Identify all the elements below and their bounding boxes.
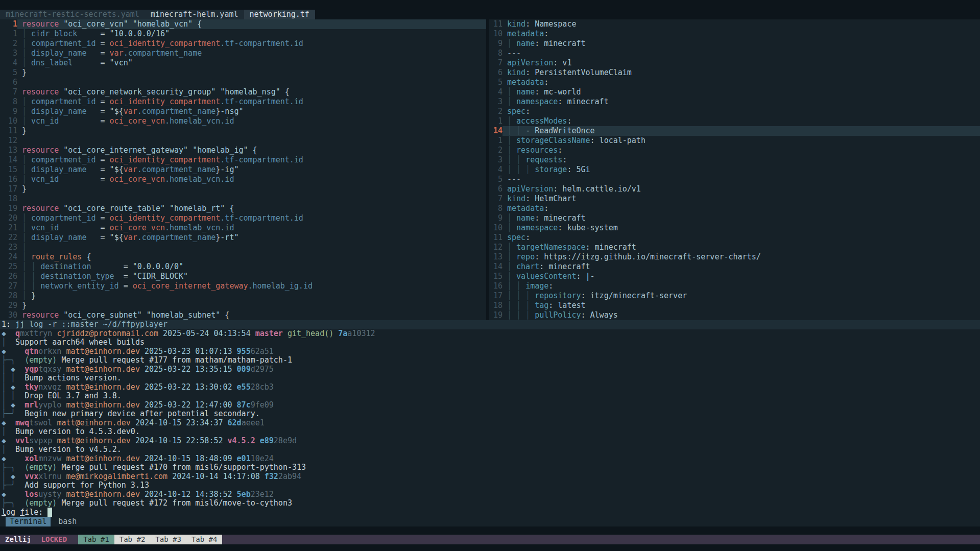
code-line[interactable]: 29}	[0, 301, 486, 310]
zellij-tab-1[interactable]: Tab #1	[78, 535, 114, 544]
code-line[interactable]: 2│ resources:	[489, 146, 980, 155]
commit-node-icon: ◆	[11, 472, 15, 481]
token: {	[82, 252, 91, 261]
token: resource	[22, 19, 59, 29]
token: :	[558, 146, 562, 155]
token: :	[539, 262, 544, 271]
token: -rt"	[220, 233, 238, 242]
code-line[interactable]: 12	[0, 136, 486, 146]
code-line[interactable]: 6apiVersion: helm.cattle.io/v1	[489, 184, 980, 194]
code-line[interactable]: 1│ accessModes:	[489, 116, 980, 126]
token: kind	[507, 194, 525, 203]
code-text: resource "oci_core_subnet" "homelab_subn…	[17, 310, 486, 320]
code-line[interactable]: 11spec:	[489, 233, 980, 243]
code-line[interactable]: 24│ route_rules {	[0, 252, 486, 262]
buffer-tab-networking-tf[interactable]: networking.tf	[244, 10, 315, 19]
code-text: │ vcn_id = oci_core_vcn.homelab_vcn.id	[17, 223, 486, 233]
zellij-tab-4[interactable]: Tab #4	[186, 535, 223, 544]
token: =	[86, 107, 109, 116]
zellij-tab-3[interactable]: Tab #3	[150, 535, 186, 544]
code-line[interactable]: 16│ │ image:	[489, 281, 980, 291]
code-line[interactable]: 25│ │ destination = "0.0.0.0/0"	[0, 262, 486, 272]
code-line[interactable]: 4│ dns_label = "vcn"	[0, 58, 486, 68]
code-line[interactable]: 23│	[0, 243, 486, 252]
zellij-mode-indicator: LOCKED	[41, 535, 67, 544]
editor-pane-networking-tf[interactable]: 1resource "oci_core_vcn" "homelab_vcn" {…	[0, 19, 486, 320]
code-line[interactable]: 9│ name: minecraft	[489, 213, 980, 223]
code-line[interactable]: 20│ compartment_id = oci_identity_compar…	[0, 213, 486, 223]
code-line[interactable]: 8---	[489, 49, 980, 58]
code-line[interactable]: 1│ cidr_block = "10.0.0.0/16"	[0, 29, 486, 39]
code-line[interactable]: 30resource "oci_core_subnet" "homelab_su…	[0, 310, 486, 320]
code-line[interactable]: 13resource "oci_core_internet_gateway" "…	[0, 146, 486, 155]
token: 2025-03-22 12:47:00	[145, 400, 232, 410]
code-line[interactable]: 21│ vcn_id = oci_core_vcn.homelab_vcn.id	[0, 223, 486, 233]
code-line[interactable]: 28│ }	[0, 291, 486, 301]
code-line[interactable]: 3│ │ requests:	[489, 155, 980, 165]
buffer-tab-minecraft-helm-yaml[interactable]: minecraft-helm.yaml	[145, 10, 244, 19]
code-line-current[interactable]: 14│ │ - ReadWriteOnce	[489, 126, 980, 136]
editor-split: 1resource "oci_core_vcn" "homelab_vcn" {…	[0, 19, 980, 320]
code-line[interactable]: 2spec:	[489, 107, 980, 116]
code-text: │ display_name = "${var.compartment_name…	[17, 165, 486, 175]
code-line[interactable]: 7resource "oci_core_network_security_gro…	[0, 87, 486, 97]
code-area[interactable]: 1resource "oci_core_vcn" "homelab_vcn" {…	[0, 19, 486, 320]
code-line[interactable]: 10metadata:	[489, 29, 980, 39]
code-line[interactable]: 5}	[0, 68, 486, 78]
token: "	[110, 107, 114, 116]
code-line[interactable]: 3│ namespace: minecraft	[489, 97, 980, 107]
code-line[interactable]: 16│ vcn_id = oci_core_vcn.homelab_vcn.id	[0, 175, 486, 184]
editor-pane-minecraft-helm-yaml[interactable]: 11kind: Namespace10metadata:9│ name: min…	[489, 19, 980, 320]
code-line[interactable]: 5metadata:	[489, 78, 980, 87]
code-line[interactable]: 5---	[489, 175, 980, 184]
code-line[interactable]: 27│ │ network_entity_id = oci_core_inter…	[0, 281, 486, 291]
code-line[interactable]: 8metadata:	[489, 204, 980, 213]
code-text: │ repo: https://itzg.github.io/minecraft…	[503, 252, 980, 262]
code-line[interactable]: 10│ namespace: kube-system	[489, 223, 980, 233]
code-line[interactable]: 6kind: PersistentVolumeClaim	[489, 68, 980, 78]
token: }	[22, 126, 27, 135]
code-line[interactable]: 12│ targetNamespace: minecraft	[489, 243, 980, 252]
code-line[interactable]: 19resource "oci_core_route_table" "homel…	[0, 204, 486, 213]
buffer-tab-minecraft-restic-secrets-yaml[interactable]: minecraft-restic-secrets.yaml	[0, 10, 145, 19]
code-line[interactable]: 18	[0, 194, 486, 204]
code-line[interactable]: 22│ display_name = "${var.compartment_na…	[0, 233, 486, 243]
code-line[interactable]: 7apiVersion: v1	[489, 58, 980, 68]
code-line[interactable]: 1│ storageClassName: local-path	[489, 136, 980, 146]
token: │	[507, 39, 516, 48]
code-line[interactable]: 19│ │ │ pullPolicy: Always	[489, 310, 980, 320]
line-number: 4	[489, 165, 503, 175]
code-line[interactable]: 26│ │ destination_type = "CIDR_BLOCK"	[0, 272, 486, 281]
code-line[interactable]: 13│ repo: https://itzg.github.io/minecra…	[489, 252, 980, 262]
code-line[interactable]: 2│ compartment_id = oci_identity_compart…	[0, 39, 486, 49]
code-line[interactable]: 17│ │ │ repository: itzg/minecraft-serve…	[489, 291, 980, 301]
code-line[interactable]: 17}	[0, 184, 486, 194]
token: vcn_id	[31, 116, 59, 126]
code-line[interactable]: 14│ compartment_id = oci_identity_compar…	[0, 155, 486, 165]
terminal-tab[interactable]: Terminal	[6, 517, 51, 526]
code-line[interactable]: 8│ compartment_id = oci_identity_compart…	[0, 97, 486, 107]
code-area[interactable]: 11kind: Namespace10metadata:9│ name: min…	[489, 19, 980, 320]
zellij-tab-2[interactable]: Tab #2	[114, 535, 151, 544]
token: svpxp	[29, 436, 52, 445]
code-line-current[interactable]: 1resource "oci_core_vcn" "homelab_vcn" {	[0, 19, 486, 29]
code-line[interactable]: 11}	[0, 126, 486, 136]
token: ---	[507, 49, 521, 58]
code-line[interactable]: 4│ name: mc-world	[489, 87, 980, 97]
code-line[interactable]: 4│ │ │ storage: 5Gi	[489, 165, 980, 175]
code-line[interactable]: 3│ display_name = var.compartment_name	[0, 49, 486, 58]
code-line[interactable]: 10│ vcn_id = oci_core_vcn.homelab_vcn.id	[0, 116, 486, 126]
code-line[interactable]: 6	[0, 78, 486, 87]
code-line[interactable]: 15│ display_name = "${var.compartment_na…	[0, 165, 486, 175]
code-line[interactable]: 14│ chart: minecraft	[489, 262, 980, 272]
terminal-pane-jj-log[interactable]: 1: jj log -r ::master ~/d/ffpyplayer◆ qm…	[0, 320, 980, 517]
token: minecraft	[590, 243, 636, 252]
code-line[interactable]: 9│ name: minecraft	[489, 39, 980, 49]
code-line[interactable]: 11kind: Namespace	[489, 19, 980, 29]
code-line[interactable]: 9│ display_name = "${var.compartment_nam…	[0, 107, 486, 116]
code-line[interactable]: 18│ │ │ tag: latest	[489, 301, 980, 310]
code-line[interactable]: 7kind: HelmChart	[489, 194, 980, 204]
token: {	[248, 146, 257, 155]
code-line[interactable]: 15│ valuesContent: |-	[489, 272, 980, 281]
token: "vcn"	[110, 58, 133, 67]
